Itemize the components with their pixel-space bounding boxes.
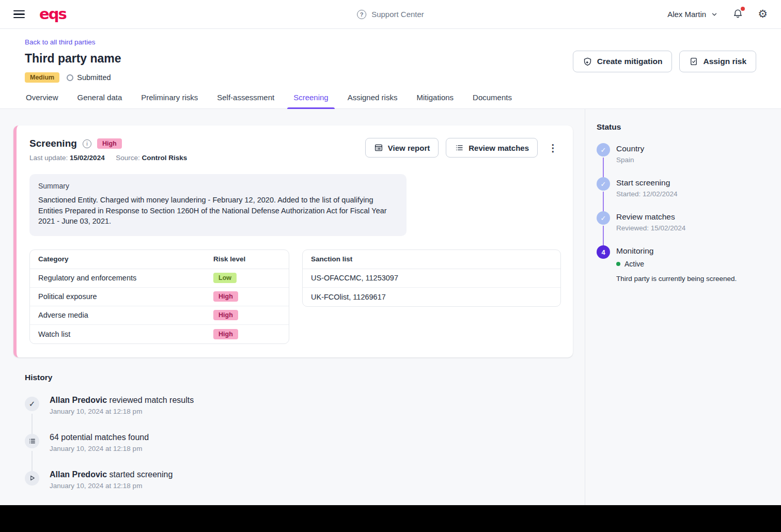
step-check-icon: ✓	[597, 211, 610, 225]
info-icon[interactable]: i	[83, 139, 91, 148]
status-title: Status	[597, 122, 769, 132]
status-sidebar: Status ✓ Country Spain ✓ Start screening…	[585, 109, 781, 505]
status-step-start-screening: ✓ Start screening Started: 12/02/2024	[597, 178, 769, 198]
step-label: Start screening	[616, 178, 769, 187]
tab-self-assessment[interactable]: Self-assessment	[216, 89, 275, 108]
review-matches-button[interactable]: Review matches	[446, 138, 538, 158]
history-title: History	[25, 373, 573, 382]
monitoring-description: Third party is currently being screened.	[616, 275, 769, 283]
play-icon	[25, 471, 39, 486]
history-item: Allan Predovic started screening January…	[25, 470, 573, 494]
assign-risk-button[interactable]: Assign risk	[679, 51, 756, 72]
category-cell: Adverse media	[38, 311, 213, 319]
monitoring-active-status: Active	[616, 260, 769, 268]
step-check-icon: ✓	[597, 143, 610, 157]
tab-bar: Overview General data Preliminary risks …	[0, 89, 781, 109]
summary-text: Sanctioned Entity. Charged with money la…	[38, 195, 395, 227]
history-timestamp: January 10, 2024 at 12:18 pm	[50, 482, 573, 490]
risk-level-header: Risk level	[213, 255, 280, 263]
step-sub: Started: 12/02/2024	[616, 190, 769, 198]
summary-label: Summary	[38, 182, 398, 190]
support-center-link[interactable]: ? Support Center	[357, 10, 424, 19]
hamburger-menu-icon[interactable]	[13, 10, 25, 18]
tab-assigned-risks[interactable]: Assigned risks	[347, 89, 399, 108]
list-icon	[25, 434, 39, 448]
shield-plus-icon	[583, 57, 592, 67]
back-link[interactable]: Back to all third parties	[25, 38, 96, 46]
tab-general-data[interactable]: General data	[76, 89, 123, 108]
eqs-logo: eqs	[39, 7, 66, 22]
user-name: Alex Martin	[667, 10, 706, 19]
gear-icon: ⚙	[758, 8, 768, 20]
status-step-country: ✓ Country Spain	[597, 144, 769, 164]
last-update-value: 15/02/2024	[70, 154, 105, 162]
history-action: 64 potential matches found	[50, 433, 149, 442]
category-cell: Regulatory and enforcements	[38, 274, 213, 282]
page-header: Back to all third parties Third party na…	[0, 29, 781, 83]
table-row: UK-FCOlist, 11269617	[303, 288, 560, 306]
table-row: Regulatory and enforcements Low	[30, 269, 289, 288]
user-menu[interactable]: Alex Martin	[667, 10, 718, 19]
status-ring-icon	[67, 74, 73, 81]
step-number: 4	[597, 245, 610, 259]
settings-button[interactable]: ⚙	[758, 9, 768, 20]
step-label: Monitoring	[616, 246, 769, 256]
step-check-icon: ✓	[597, 177, 610, 191]
review-matches-label: Review matches	[468, 144, 529, 152]
history-action: reviewed match results	[107, 396, 194, 404]
kebab-menu-icon[interactable]: ⋮	[545, 141, 561, 155]
main-area: Screening i High Last update: 15/02/2024…	[0, 109, 781, 505]
summary-box: Summary Sanctioned Entity. Charged with …	[29, 174, 407, 236]
check-icon: ✓	[25, 397, 39, 411]
create-mitigation-label: Create mitigation	[597, 57, 663, 66]
screening-risk-badge: High	[97, 138, 122, 149]
category-cell: Political exposure	[38, 292, 213, 301]
tab-overview[interactable]: Overview	[25, 89, 59, 108]
step-label: Review matches	[616, 212, 769, 222]
sanction-cell: UK-FCOlist, 11269617	[311, 293, 386, 301]
risk-badge-medium: Medium	[25, 72, 59, 83]
tab-screening[interactable]: Screening	[292, 89, 330, 108]
category-header: Category	[38, 255, 213, 263]
tab-preliminary-risks[interactable]: Preliminary risks	[140, 89, 199, 108]
sanction-list-header: Sanction list	[311, 255, 352, 263]
page-title: Third party name	[25, 52, 121, 66]
history-item: 64 potential matches found January 10, 2…	[25, 433, 573, 457]
sanction-cell: US-OFACCMC, 11253097	[311, 274, 398, 282]
create-mitigation-button[interactable]: Create mitigation	[573, 51, 673, 72]
history-section: History ✓ Allan Predovic reviewed match …	[25, 373, 573, 494]
notification-dot	[741, 7, 745, 11]
screening-meta: Last update: 15/02/2024 Source: Control …	[29, 154, 187, 162]
active-dot-icon	[616, 262, 620, 266]
screening-card-title: Screening	[29, 138, 77, 149]
step-label: Country	[616, 144, 769, 153]
view-report-button[interactable]: View report	[365, 138, 439, 158]
risk-badge-high: High	[213, 310, 238, 320]
history-actor: Allan Predovic	[50, 396, 107, 404]
table-row: Watch list High	[30, 325, 289, 343]
tab-mitigations[interactable]: Mitigations	[415, 89, 455, 108]
support-center-label: Support Center	[371, 10, 424, 19]
assign-risk-label: Assign risk	[703, 57, 746, 66]
category-table: Category Risk level Regulatory and enfor…	[29, 249, 289, 344]
topbar: eqs ? Support Center Alex Martin ⚙	[0, 0, 781, 29]
table-row: US-OFACCMC, 11253097	[303, 269, 560, 288]
step-sub: Spain	[616, 156, 769, 164]
status-step-review-matches: ✓ Review matches Reviewed: 15/02/2024	[597, 212, 769, 232]
history-timestamp: January 10, 2024 at 12:18 pm	[50, 445, 573, 452]
list-icon	[455, 143, 464, 152]
view-report-label: View report	[388, 144, 430, 152]
history-actor: Allan Predovic	[50, 470, 107, 479]
tab-documents[interactable]: Documents	[472, 89, 513, 108]
submitted-status: Submitted	[67, 73, 111, 82]
notifications-button[interactable]	[732, 9, 743, 20]
screening-card: Screening i High Last update: 15/02/2024…	[13, 126, 573, 357]
source-value: Control Risks	[142, 154, 187, 162]
status-step-monitoring: 4 Monitoring Active Third party is curre…	[597, 246, 769, 283]
category-cell: Watch list	[38, 330, 213, 338]
risk-badge-high: High	[213, 329, 238, 339]
history-action: started screening	[107, 470, 173, 479]
last-update-label: Last update:	[29, 154, 68, 162]
active-label: Active	[624, 260, 644, 268]
risk-badge-low: Low	[213, 273, 237, 283]
